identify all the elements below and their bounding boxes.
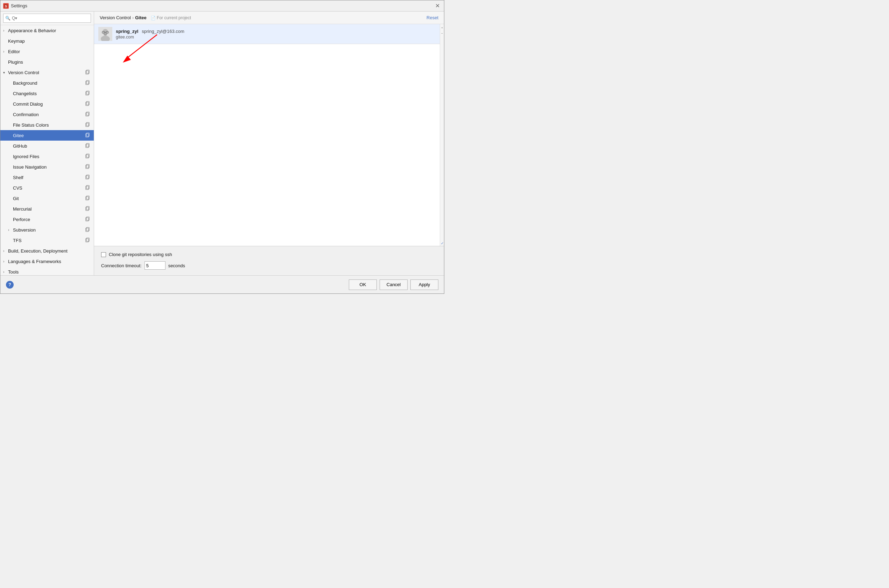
sidebar-item-version-control[interactable]: ▾Version Control: [0, 67, 94, 78]
settings-window: S Settings ✕ 🔍 ›Appearance & BehaviorKey…: [0, 0, 444, 294]
sidebar-item-label: Confirmation: [13, 112, 84, 117]
account-username: spring_zyl: [116, 28, 138, 34]
close-button[interactable]: ✕: [434, 2, 441, 10]
sidebar-items-container: ›Appearance & BehaviorKeymap›EditorPlugi…: [0, 25, 94, 275]
account-item[interactable]: spring_zyl spring_zyl@163.com gitee.com: [94, 24, 444, 44]
sidebar-item-languages-frameworks[interactable]: ›Languages & Frameworks: [0, 256, 94, 267]
sidebar-item-appearance[interactable]: ›Appearance & Behavior: [0, 25, 94, 36]
sidebar-item-label: Issue Navigation: [13, 164, 84, 170]
cancel-button[interactable]: Cancel: [380, 279, 408, 290]
account-info: spring_zyl spring_zyl@163.com gitee.com: [116, 28, 185, 39]
copy-icon: [86, 227, 91, 232]
account-list-area: spring_zyl spring_zyl@163.com gitee.com: [94, 24, 444, 246]
sidebar-item-shelf[interactable]: Shelf: [0, 172, 94, 183]
copy-icon: [86, 80, 91, 86]
sidebar-item-background[interactable]: Background: [0, 78, 94, 88]
ok-button[interactable]: OK: [349, 279, 377, 290]
sidebar-item-label: Languages & Frameworks: [8, 259, 91, 264]
copy-icon: [86, 91, 91, 96]
account-email: spring_zyl@163.com: [142, 28, 185, 34]
sidebar-item-changelists[interactable]: Changelists: [0, 88, 94, 99]
sidebar-item-cvs[interactable]: CVS: [0, 183, 94, 193]
apply-button[interactable]: Apply: [410, 279, 438, 290]
copy-icon: [86, 112, 91, 117]
sidebar-item-file-status-colors[interactable]: File Status Colors: [0, 120, 94, 130]
sidebar-item-label: File Status Colors: [13, 122, 84, 128]
copy-icon: [86, 216, 91, 222]
sidebar-item-subversion[interactable]: ›Subversion: [0, 225, 94, 235]
sidebar-item-label: Build, Execution, Deployment: [8, 248, 91, 254]
sidebar-item-label: Changelists: [13, 91, 84, 96]
copy-icon: [86, 122, 91, 128]
copy-icon: [86, 164, 91, 170]
sidebar-item-commit-dialog[interactable]: Commit Dialog: [0, 99, 94, 109]
sidebar-item-confirmation[interactable]: Confirmation: [0, 109, 94, 120]
title-bar-left: S Settings: [3, 3, 27, 9]
title-bar: S Settings ✕: [0, 0, 444, 12]
for-project-icon: 📄: [151, 16, 156, 20]
breadcrumb-root: Version Control: [100, 15, 131, 20]
sidebar-item-label: TFS: [13, 238, 84, 243]
sidebar-item-tfs[interactable]: TFS: [0, 235, 94, 246]
copy-icon: [86, 174, 91, 180]
sidebar-item-gitee[interactable]: Gitee: [0, 130, 94, 141]
search-box: 🔍: [0, 12, 94, 25]
sidebar-item-github[interactable]: GitHub: [0, 141, 94, 151]
sidebar-item-keymap[interactable]: Keymap: [0, 36, 94, 46]
sidebar-item-label: Subversion: [13, 227, 84, 232]
svg-marker-46: [123, 56, 131, 63]
svg-text:S: S: [5, 4, 7, 8]
timeout-input[interactable]: [144, 261, 165, 270]
sidebar-item-label: Keymap: [8, 39, 91, 44]
clone-ssh-row: Clone git repositories using ssh: [101, 252, 437, 257]
sidebar-item-label: CVS: [13, 185, 84, 190]
copy-icon: [86, 153, 91, 159]
search-wrapper: 🔍: [3, 14, 91, 23]
sidebar-item-label: Git: [13, 196, 84, 201]
clone-ssh-label: Clone git repositories using ssh: [109, 252, 172, 257]
scrollbar-up-btn[interactable]: +: [440, 25, 444, 30]
breadcrumb-for-project: 📄 For current project: [151, 15, 191, 20]
copy-icon: [86, 143, 91, 148]
timeout-unit: seconds: [168, 263, 185, 268]
sidebar-item-label: Version Control: [8, 70, 84, 75]
search-input[interactable]: [3, 14, 91, 23]
sidebar-item-label: Shelf: [13, 175, 84, 180]
app-icon: S: [3, 3, 9, 9]
sidebar-item-perforce[interactable]: Perforce: [0, 214, 94, 225]
bottom-bar: ? OK Cancel Apply: [0, 275, 444, 294]
chevron-icon: ›: [3, 50, 8, 54]
sidebar-item-label: Plugins: [8, 60, 91, 65]
sidebar-item-label: Editor: [8, 49, 91, 54]
sidebar-item-build-execution[interactable]: ›Build, Execution, Deployment: [0, 246, 94, 256]
copy-icon: [86, 133, 91, 138]
search-icon: 🔍: [5, 16, 11, 21]
sidebar-item-label: Ignored Files: [13, 154, 84, 159]
sidebar-item-mercurial[interactable]: Mercurial: [0, 204, 94, 214]
window-title: Settings: [11, 3, 27, 8]
timeout-row: Connection timeout: seconds: [101, 261, 437, 270]
right-panel: Version Control › Gitee 📄 For current pr…: [94, 12, 444, 275]
sidebar-item-editor[interactable]: ›Editor: [0, 46, 94, 57]
copy-icon: [86, 101, 91, 106]
reset-link[interactable]: Reset: [426, 15, 438, 20]
sidebar-item-issue-navigation[interactable]: Issue Navigation: [0, 162, 94, 172]
account-name-row: spring_zyl spring_zyl@163.com: [116, 28, 185, 34]
scrollbar-down-btn[interactable]: −: [440, 30, 444, 36]
breadcrumb-bar: Version Control › Gitee 📄 For current pr…: [94, 12, 444, 24]
copy-icon: [86, 237, 91, 243]
copy-icon: [86, 70, 91, 75]
clone-ssh-checkbox[interactable]: [101, 252, 106, 257]
sidebar-item-git[interactable]: Git: [0, 193, 94, 204]
chevron-icon: ▾: [3, 70, 8, 75]
scrollbar-check: ✓: [441, 242, 444, 245]
sidebar-item-tools[interactable]: ›Tools: [0, 267, 94, 275]
sidebar-item-label: Background: [13, 81, 84, 86]
copy-icon: [86, 195, 91, 201]
bottom-buttons: OK Cancel Apply: [349, 279, 438, 290]
sidebar-item-label: Commit Dialog: [13, 102, 84, 106]
sidebar-item-ignored-files[interactable]: Ignored Files: [0, 151, 94, 162]
breadcrumb-separator: ›: [132, 15, 134, 20]
sidebar-item-plugins[interactable]: Plugins: [0, 57, 94, 67]
help-button[interactable]: ?: [6, 281, 14, 289]
